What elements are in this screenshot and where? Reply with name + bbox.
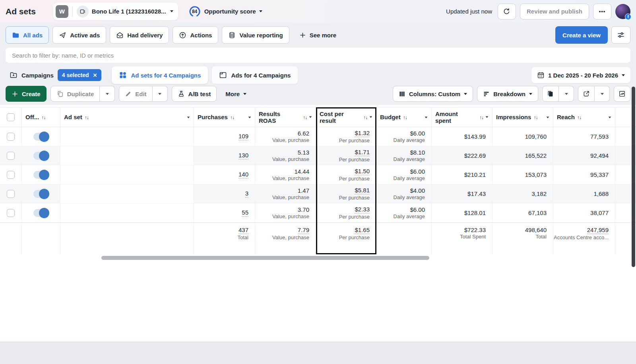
budget-cell: $6.00Daily average <box>376 203 432 222</box>
purchases-value[interactable]: 130 <box>238 152 248 159</box>
adset-name-cell[interactable] <box>60 165 194 184</box>
spent-value: $143.99 <box>464 133 486 140</box>
chevron-down-icon[interactable] <box>370 116 372 118</box>
adset-status-toggle[interactable] <box>33 209 48 217</box>
opportunity-score[interactable]: 84 Opportunity score <box>188 5 262 18</box>
row-checkbox[interactable] <box>7 152 15 160</box>
reports-dropdown[interactable] <box>559 86 574 102</box>
column-header-cost-per-result[interactable]: Cost per result <box>316 108 376 127</box>
adset-name-cell[interactable] <box>60 127 194 146</box>
date-range-picker[interactable]: 1 Dec 2025 - 20 Feb 2026 <box>531 67 630 83</box>
chevron-down-icon[interactable] <box>187 116 190 118</box>
column-header-off[interactable]: Off... <box>22 108 60 127</box>
tab-campaigns[interactable]: Campaigns 4 selected ✕ <box>6 69 105 81</box>
chevron-down-icon <box>464 93 467 95</box>
adset-name-cell[interactable] <box>60 146 194 165</box>
adset-name-cell[interactable] <box>60 184 194 203</box>
adset-status-toggle[interactable] <box>33 190 48 198</box>
create-view-button[interactable]: Create a view <box>555 26 608 44</box>
table-total-row: 437 Total 7.79 Value, purchase $1.65 Per… <box>0 223 636 254</box>
chevron-down-icon[interactable] <box>248 116 251 118</box>
roas-value: 1.47 <box>298 187 309 194</box>
selected-filter-badge[interactable]: 4 selected ✕ <box>58 69 102 81</box>
filter-chip-value-reporting[interactable]: Value reporting <box>222 26 289 44</box>
budget-sublabel: Daily average <box>394 137 425 143</box>
column-header-amount-spent[interactable]: Amount spent <box>432 108 493 127</box>
filter-chip-actions[interactable]: Actions <box>173 26 218 44</box>
budget-cell: $6.00Daily average <box>376 127 432 146</box>
purchases-value[interactable]: 55 <box>242 209 248 217</box>
spent-value: $222.69 <box>464 152 486 159</box>
export-dropdown[interactable] <box>595 86 610 102</box>
chevron-down-icon[interactable] <box>309 116 312 118</box>
more-menu-button[interactable]: More <box>221 86 251 102</box>
edit-button[interactable]: Edit <box>119 86 152 102</box>
column-header-reach[interactable]: Reach <box>553 108 615 127</box>
sort-icon <box>303 114 307 121</box>
cpr-value[interactable]: $2.33 <box>355 206 370 213</box>
cpr-value[interactable]: $5.81 <box>355 187 370 194</box>
export-button[interactable] <box>578 86 595 102</box>
row-checkbox[interactable] <box>7 209 15 217</box>
purchases-value[interactable]: 140 <box>238 171 248 178</box>
chevron-down-icon[interactable] <box>609 116 611 118</box>
filter-chip-active-ads[interactable]: Active ads <box>52 26 106 44</box>
row-checkbox[interactable] <box>7 133 15 141</box>
pencil-icon <box>125 91 132 97</box>
account-selector[interactable]: W Bono Life 1 (1232316028... <box>53 3 178 20</box>
review-publish-button[interactable]: Review and publish <box>520 4 589 19</box>
tab-ads[interactable]: Ads for 4 Campaigns <box>212 66 298 84</box>
search-input[interactable] <box>6 48 630 63</box>
column-header-adset[interactable]: Ad set <box>60 108 194 127</box>
purchases-value[interactable]: 3 <box>245 190 248 197</box>
chevron-down-icon[interactable] <box>486 116 489 118</box>
adset-status-toggle[interactable] <box>33 171 48 179</box>
workspace-badge[interactable]: W <box>56 5 68 18</box>
chevron-down-icon[interactable] <box>547 116 549 118</box>
duplicate-button[interactable]: Duplicate <box>50 86 100 102</box>
horizontal-scrollbar[interactable] <box>101 256 429 260</box>
chevron-down-icon[interactable] <box>425 116 428 118</box>
cpr-value[interactable]: $1.32 <box>355 130 370 137</box>
select-all-checkbox[interactable] <box>7 113 15 121</box>
view-settings-button[interactable] <box>611 26 630 44</box>
purchases-cell: 140 <box>194 165 255 184</box>
create-button[interactable]: Create <box>6 86 47 102</box>
purchases-value[interactable]: 109 <box>238 133 248 140</box>
search-row <box>0 47 636 66</box>
impressions-value: 153,073 <box>525 171 547 178</box>
filter-chip-all-ads[interactable]: All ads <box>6 26 49 44</box>
reach-cell: 92,494 <box>553 146 615 165</box>
column-header-purchases[interactable]: Purchases <box>194 108 255 127</box>
impressions-cell: 67,103 <box>493 203 553 222</box>
column-header-roas[interactable]: Results ROAS <box>255 108 316 127</box>
column-header-impressions[interactable]: Impressions <box>493 108 553 127</box>
see-more-button[interactable]: See more <box>293 26 343 44</box>
table-header-row: Off... Ad set Purchases Results ROAS Cos… <box>0 107 636 127</box>
table-row: 14014.44Value, purchase$1.50Per purchase… <box>0 165 636 184</box>
view-charts-button[interactable] <box>614 86 630 102</box>
vertical-scrollbar[interactable] <box>632 87 635 267</box>
more-options-button[interactable]: ••• <box>593 4 611 19</box>
cpr-value[interactable]: $1.71 <box>355 149 370 156</box>
adset-status-toggle[interactable] <box>33 133 48 141</box>
columns-button[interactable]: Columns: Custom <box>393 86 473 102</box>
filter-chip-had-delivery[interactable]: Had delivery <box>110 26 169 44</box>
refresh-button[interactable] <box>498 4 516 19</box>
ab-test-button[interactable]: A/B test <box>172 86 217 102</box>
adset-name-cell[interactable] <box>60 203 194 222</box>
adset-status-toggle[interactable] <box>33 152 48 160</box>
impressions-cell: 3,182 <box>493 184 553 203</box>
cpr-value[interactable]: $1.50 <box>355 168 370 175</box>
duplicate-dropdown[interactable] <box>100 86 115 102</box>
reports-button[interactable] <box>542 86 559 102</box>
tab-ad-sets[interactable]: Ad sets for 4 Campaigns <box>112 66 208 84</box>
edit-dropdown[interactable] <box>153 86 168 102</box>
breakdown-button[interactable]: Breakdown <box>477 86 538 102</box>
close-icon[interactable]: ✕ <box>93 72 97 78</box>
column-header-budget[interactable]: Budget <box>376 108 432 127</box>
total-roas-cell: 7.79 Value, purchase <box>255 223 316 254</box>
row-checkbox[interactable] <box>7 171 15 179</box>
avatar[interactable]: f <box>615 4 630 19</box>
row-checkbox[interactable] <box>7 190 15 198</box>
